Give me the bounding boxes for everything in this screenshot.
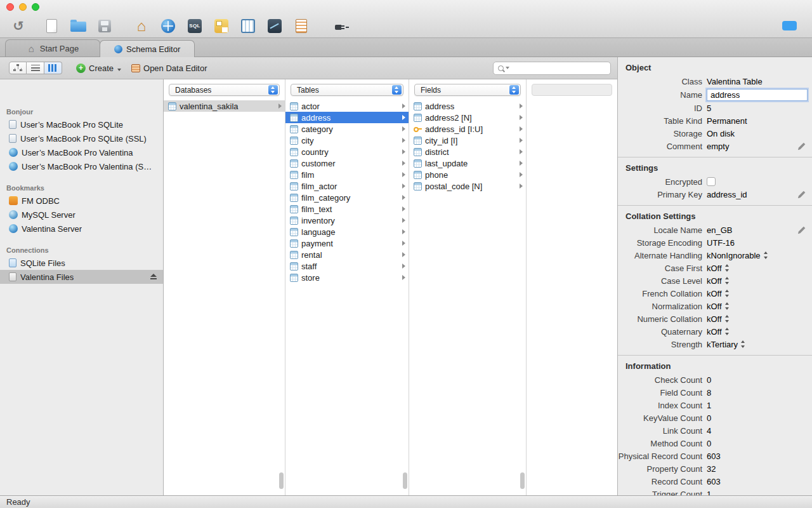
search-icon[interactable] — [498, 65, 504, 71]
list-item-icon — [290, 114, 298, 122]
list-item[interactable]: valentina_sakila — [164, 100, 285, 112]
list-item[interactable]: language — [285, 226, 409, 237]
select-stepper-icon[interactable] — [724, 302, 730, 310]
schema-editor-toolbar: Create Open Data Editor — [0, 57, 617, 79]
view-mode-columns-button[interactable] — [44, 62, 62, 74]
list-item[interactable]: city_id [I] — [409, 135, 526, 146]
toolbar-buttons: ↺ ⌂ SQL — [5, 14, 354, 37]
list-item[interactable]: district — [409, 146, 526, 157]
scrollbar-thumb[interactable] — [520, 472, 525, 489]
select-stepper-icon[interactable] — [724, 277, 730, 284]
list-item[interactable]: category — [285, 123, 409, 135]
checkbox[interactable] — [707, 177, 716, 186]
column-type-popup[interactable]: Fields — [414, 84, 521, 96]
tab-label: Start Page — [40, 44, 79, 53]
column-type-popup[interactable] — [532, 84, 612, 96]
list-item[interactable]: address2 [N] — [409, 112, 526, 123]
minimize-window-button[interactable] — [19, 3, 27, 11]
sidebar-item[interactable]: User’s MacBook Pro SQLite (SSL) — [0, 131, 163, 145]
status-bar: Ready — [0, 495, 812, 508]
inspector-value-text: Permanent — [707, 116, 747, 126]
sidebar-item[interactable]: SQLite Files — [0, 256, 163, 270]
schema-editor-icon[interactable] — [159, 16, 178, 36]
select-stepper-icon[interactable] — [763, 251, 769, 259]
view-mode-list-button[interactable] — [27, 62, 44, 74]
edit-pencil-icon[interactable] — [797, 190, 806, 199]
list-item[interactable]: address — [409, 100, 526, 112]
list-item[interactable]: payment — [285, 237, 409, 249]
open-data-editor-button[interactable]: Open Data Editor — [126, 62, 212, 75]
list-item[interactable]: film_text — [285, 203, 409, 215]
feedback-chat-icon[interactable] — [782, 21, 797, 30]
search-input[interactable] — [493, 62, 611, 75]
name-input[interactable]: address — [707, 89, 808, 101]
list-item[interactable]: inventory — [285, 215, 409, 226]
select-stepper-icon[interactable] — [724, 264, 730, 272]
start-page-icon[interactable]: ⌂ — [132, 16, 151, 36]
list-item[interactable]: film_actor — [285, 180, 409, 192]
chart-icon[interactable] — [265, 16, 284, 36]
inspector-value-text: 0 — [707, 413, 711, 423]
column-type-popup[interactable]: Tables — [291, 84, 403, 96]
create-button[interactable]: Create — [71, 62, 126, 75]
list-item[interactable]: address_id [I:U] — [409, 123, 526, 135]
list-item[interactable]: film_category — [285, 192, 409, 203]
new-document-icon[interactable] — [42, 16, 61, 36]
sidebar-item[interactable]: User’s MacBook Pro SQLite — [0, 117, 163, 131]
edit-pencil-icon[interactable] — [797, 225, 806, 234]
undo-icon[interactable]: ↺ — [9, 16, 28, 36]
select-stepper-icon[interactable] — [740, 340, 746, 348]
save-icon[interactable] — [95, 16, 114, 36]
view-mode-tree-button[interactable] — [9, 62, 27, 74]
select-stepper-icon[interactable] — [724, 290, 730, 297]
list-item[interactable]: film — [285, 169, 409, 180]
report-icon[interactable] — [292, 16, 311, 36]
list-item[interactable]: country — [285, 146, 409, 157]
column-type-popup-label: Tables — [297, 86, 319, 95]
inspector-row: Locale Name en_GB en_GB — [618, 224, 812, 236]
list-item[interactable]: last_update — [409, 157, 526, 169]
edit-pencil-icon[interactable] — [797, 142, 806, 150]
sidebar-item[interactable]: FM ODBC — [0, 194, 163, 208]
sidebar-item[interactable]: User’s MacBook Pro Valentina — [0, 145, 163, 159]
sidebar-item[interactable]: Valentina Files — [0, 270, 163, 284]
browser-column: Databases valentina_sakila — [164, 79, 285, 495]
select-stepper-icon[interactable] — [724, 315, 730, 323]
disclosure-arrow-icon — [402, 184, 405, 189]
list-item[interactable]: address — [285, 112, 409, 123]
close-window-button[interactable] — [6, 3, 14, 11]
list-item[interactable]: customer — [285, 157, 409, 169]
view-mode-segmented-control — [9, 62, 62, 74]
scrollbar-thumb[interactable] — [403, 472, 407, 489]
inspector-row: Normalization kOff kOff — [618, 300, 812, 312]
list-item[interactable]: rental — [285, 249, 409, 260]
diagram-editor-icon[interactable] — [212, 16, 231, 36]
list-item[interactable]: postal_code [N] — [409, 180, 526, 192]
sidebar-item[interactable]: Valentina Server — [0, 222, 163, 236]
list-item[interactable]: phone — [409, 169, 526, 180]
eject-icon[interactable] — [150, 274, 157, 280]
list-item[interactable]: actor — [285, 100, 409, 112]
sidebar-item[interactable]: User’s MacBook Pro Valentina (S… — [0, 159, 163, 173]
list-item[interactable]: store — [285, 272, 409, 283]
inspector-value-text: 8 — [707, 388, 711, 398]
open-icon[interactable] — [69, 16, 88, 36]
inspector-value-text: Valentina Table — [707, 77, 763, 86]
content-area: Bonjour User’s MacBook Pro SQLite — [0, 79, 617, 495]
column-type-popup[interactable]: Databases — [169, 84, 280, 96]
inspector-row-label: Encrypted — [618, 177, 707, 187]
tab[interactable]: Start Page — [5, 39, 100, 57]
tab[interactable]: Schema Editor — [100, 40, 195, 57]
connect-icon[interactable] — [331, 16, 350, 36]
list-item[interactable]: staff — [285, 260, 409, 272]
table-editor-icon[interactable] — [239, 16, 258, 36]
scrollbar-thumb[interactable] — [279, 472, 284, 489]
list-item-label: address_id [I:U] — [425, 124, 483, 134]
zoom-window-button[interactable] — [32, 3, 39, 11]
list-item-label: valentina_sakila — [180, 102, 239, 111]
sidebar-item[interactable]: MySQL Server — [0, 208, 163, 222]
sql-editor-icon[interactable]: SQL — [185, 16, 204, 36]
sidebar-section-title: Bookmarks — [0, 182, 163, 194]
select-stepper-icon[interactable] — [724, 328, 730, 335]
list-item[interactable]: city — [285, 135, 409, 146]
